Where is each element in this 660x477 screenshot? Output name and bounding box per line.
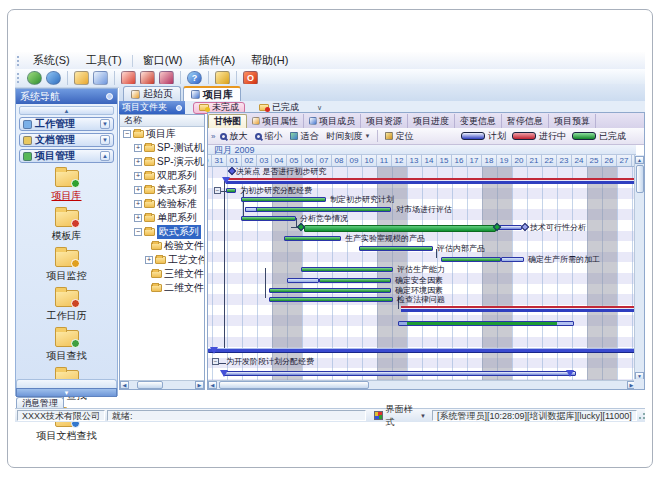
tree-node-欧式系列[interactable]: −欧式系列 (120, 225, 204, 239)
gantt-bar[interactable] (441, 257, 501, 262)
milestone-diamond-icon[interactable] (228, 167, 236, 175)
time-scale-dropdown[interactable]: 时间刻度▼ (323, 130, 373, 143)
gantt-bar[interactable] (208, 348, 635, 353)
sidebar-item-工作日历[interactable]: 工作日历 (47, 290, 87, 323)
menu-item[interactable]: 插件(A) (190, 52, 243, 69)
tree-hscrollbar[interactable]: ◀ ▶ (120, 380, 204, 389)
scroll-up-icon[interactable]: ▲ (635, 156, 644, 164)
chevron-up-icon[interactable]: ▲ (100, 151, 110, 161)
menu-grip-handle[interactable] (17, 56, 20, 66)
tree-hscroll-thumb[interactable] (137, 381, 163, 389)
menu-item[interactable]: 工具(T) (78, 52, 130, 69)
interface-style-button[interactable]: 界面样式 (386, 403, 419, 429)
tree-node-项目库[interactable]: −项目库 (120, 127, 204, 141)
gantt-bar[interactable] (269, 288, 391, 293)
expand-box-icon[interactable]: + (134, 158, 142, 166)
mail-icon[interactable] (121, 71, 136, 85)
chevron-down-icon[interactable]: ▼ (100, 135, 110, 145)
message-management-tab[interactable]: 消息管理 (16, 397, 64, 408)
gantt-hscrollbar[interactable]: ◀ ▶ (208, 380, 636, 389)
gantt-bar[interactable] (245, 207, 391, 212)
interface-style-icon[interactable] (374, 411, 382, 420)
gantt-bar[interactable] (284, 236, 341, 241)
expand-box-icon[interactable]: + (145, 256, 153, 264)
zoom-in-button[interactable]: 放大 (217, 130, 250, 143)
milestone-diamond-icon[interactable] (521, 223, 529, 231)
milestone-triangle-icon[interactable] (210, 347, 218, 354)
locate-button[interactable]: 定位 (382, 130, 416, 143)
scroll-right-icon[interactable]: ▶ (195, 381, 204, 389)
help-icon[interactable]: ? (187, 71, 202, 85)
menu-item[interactable]: 系统(S) (25, 52, 78, 69)
gantt-tab-甘特图[interactable]: 甘特图 (208, 114, 247, 128)
sidebar-item-项目库[interactable]: 项目库 (52, 170, 82, 203)
expand-box-icon[interactable]: + (134, 200, 142, 208)
milestone-triangle-icon[interactable] (566, 370, 574, 377)
tree-node-双肥系列[interactable]: +双肥系列 (120, 169, 204, 183)
gantt-bar[interactable] (226, 188, 236, 193)
gantt-bar[interactable] (359, 246, 433, 251)
sidebar-section-工作管理[interactable]: 工作管理▼ (19, 117, 114, 131)
scroll-left-icon[interactable]: ◀ (120, 381, 129, 389)
menu-item[interactable]: 窗口(W) (135, 52, 191, 69)
gantt-bar[interactable] (269, 297, 393, 302)
gantt-bar[interactable] (223, 371, 576, 376)
gantt-bar[interactable] (501, 257, 524, 262)
tree-node-二维文件[interactable]: 二维文件 (120, 281, 204, 295)
expand-box-icon[interactable]: + (134, 144, 142, 152)
gantt-bar[interactable] (319, 278, 391, 283)
tree-node-SP-演示机系[interactable]: +SP-演示机系 (120, 155, 204, 169)
gantt-tab-暂停信息[interactable]: 暂停信息 (502, 114, 549, 128)
tab-项目库[interactable]: 项目库 (183, 86, 241, 101)
gantt-vscroll-thumb[interactable] (636, 165, 644, 193)
lock-icon[interactable] (215, 71, 230, 85)
task-collapse-box-icon[interactable]: − (212, 358, 219, 365)
window-switch-icon[interactable] (93, 71, 108, 85)
sidebar-bottom-chevron[interactable]: ▼ (16, 388, 117, 397)
collapse-box-icon[interactable]: − (134, 228, 142, 236)
exit-icon[interactable]: O (243, 71, 258, 85)
style-dropdown-caret-icon[interactable]: ▼ (420, 413, 426, 419)
gantt-tab-项目进度[interactable]: 项目进度 (408, 114, 455, 128)
gantt-bar[interactable] (304, 225, 496, 232)
milestone-triangle-icon[interactable] (222, 177, 230, 184)
gantt-tab-项目预算[interactable]: 项目预算 (549, 114, 596, 128)
more-filters-chevron-icon[interactable]: ∨ (317, 104, 322, 112)
sidebar-item-模板库[interactable]: 模板库 (52, 210, 82, 243)
gantt-bar[interactable] (498, 225, 522, 230)
tree-node-检验文件[interactable]: 检验文件 (120, 239, 204, 253)
pin-icon[interactable] (176, 105, 182, 111)
chevron-down-icon[interactable]: ▼ (100, 119, 110, 129)
project-folder-icon[interactable] (74, 71, 89, 85)
schedule-icon[interactable] (140, 71, 155, 85)
collapse-box-icon[interactable]: − (123, 130, 131, 138)
expand-box-icon[interactable]: + (134, 214, 142, 222)
sidebar-section-文档管理[interactable]: 文档管理▼ (19, 133, 114, 147)
gantt-bar[interactable] (401, 306, 635, 312)
globe-icon[interactable] (46, 71, 61, 85)
gantt-bar[interactable] (241, 197, 326, 202)
sync-icon[interactable] (27, 71, 42, 85)
fit-button[interactable]: 适合 (287, 130, 321, 143)
zoom-out-button[interactable]: 缩小 (252, 130, 285, 143)
tree-node-三维文件[interactable]: 三维文件 (120, 267, 204, 281)
gantt-bar[interactable] (245, 207, 257, 212)
project-folder-header[interactable]: 项目文件夹 (119, 101, 185, 114)
tree-node-单肥系列[interactable]: +单肥系列 (120, 211, 204, 225)
pin-icon[interactable] (106, 93, 113, 100)
tree-node-检验标准[interactable]: +检验标准 (120, 197, 204, 211)
scroll-left-icon[interactable]: ◀ (208, 381, 217, 389)
gantt-tab-变更信息[interactable]: 变更信息 (455, 114, 502, 128)
gantt-bar[interactable] (226, 178, 635, 184)
gantt-tab-项目资源[interactable]: 项目资源 (361, 114, 408, 128)
gantt-hscroll-thumb[interactable] (219, 381, 369, 389)
tree-node-SP-测试机系[interactable]: +SP-测试机系 (120, 141, 204, 155)
milestone-triangle-icon[interactable] (220, 370, 228, 377)
menu-item[interactable]: 帮助(H) (243, 52, 296, 69)
tree-node-工艺文件[interactable]: +工艺文件 (120, 253, 204, 267)
sidebar-item-项目查找[interactable]: 项目查找 (47, 330, 87, 363)
task-collapse-box-icon[interactable]: − (214, 187, 221, 194)
sidebar-section-项目管理[interactable]: 项目管理▲ (19, 149, 114, 163)
gantt-tab-项目成员[interactable]: 项目成员 (304, 114, 361, 128)
gantt-bar[interactable] (301, 267, 393, 272)
